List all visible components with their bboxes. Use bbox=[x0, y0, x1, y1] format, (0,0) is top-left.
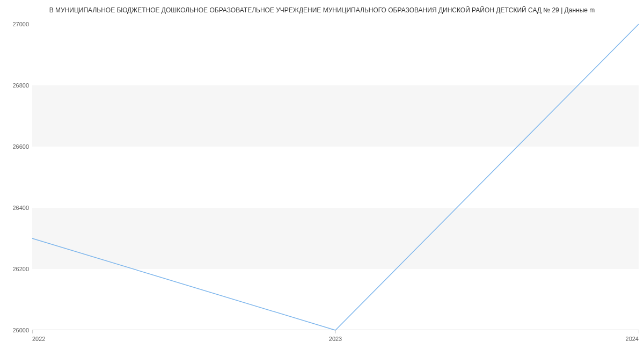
chart-title: В МУНИЦИПАЛЬНОЕ БЮДЖЕТНОЕ ДОШКОЛЬНОЕ ОБР… bbox=[0, 6, 644, 14]
x-tick-label: 2023 bbox=[329, 336, 342, 342]
chart-plot-area: 2600026200264002660026800270002022202320… bbox=[32, 24, 639, 330]
y-tick-label: 26200 bbox=[4, 266, 29, 272]
series-line bbox=[32, 24, 639, 330]
line-series-svg bbox=[32, 24, 639, 330]
y-tick-label: 27000 bbox=[4, 21, 29, 27]
y-tick-label: 26000 bbox=[4, 327, 29, 333]
y-tick-label: 26400 bbox=[4, 205, 29, 211]
y-tick-label: 26600 bbox=[4, 143, 29, 150]
x-tick-label: 2024 bbox=[626, 336, 639, 342]
x-tick-mark bbox=[639, 330, 639, 333]
x-tick-mark bbox=[32, 330, 33, 333]
y-tick-label: 26800 bbox=[4, 82, 29, 89]
x-tick-label: 2022 bbox=[32, 336, 45, 342]
x-tick-mark bbox=[335, 330, 336, 333]
